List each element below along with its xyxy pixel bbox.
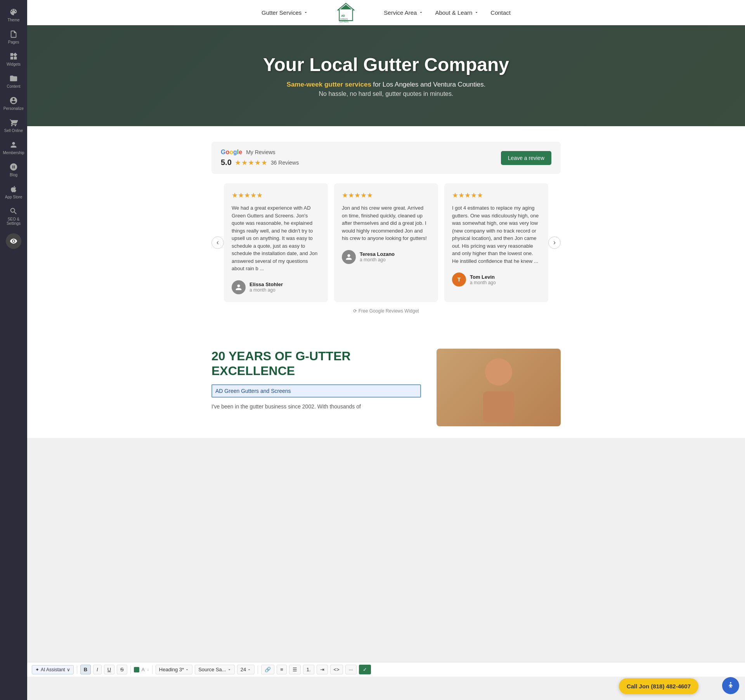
svg-point-5 <box>485 358 512 386</box>
hero-section: Your Local Gutter Company Same-week gutt… <box>27 25 745 126</box>
sidebar-item-label-content: Content <box>7 84 20 89</box>
reviewer-time-2: a month ago <box>360 257 395 262</box>
review-card-3-stars: ★★★★★ <box>452 191 541 200</box>
sidebar-item-label-pages: Pages <box>8 40 19 44</box>
sidebar-item-seo[interactable]: SEO & Settings <box>0 203 27 229</box>
section-title: 20 YEARS OF G-UTTER EXCELLENCE <box>211 349 421 379</box>
review-card-2-text: Jon and his crew were great. Arrived on … <box>342 204 430 242</box>
sidebar-item-theme[interactable]: Theme <box>0 4 27 26</box>
sidebar-item-app-store[interactable]: App Store <box>0 181 27 203</box>
review-cards: ★★★★★ We had a great experience with AD … <box>224 183 548 302</box>
reviewer-info-2: Teresa Lozano a month ago <box>342 250 430 264</box>
nav-link-about-learn[interactable]: About & Learn <box>435 9 479 16</box>
reviewer-name-2: Teresa Lozano <box>360 251 395 257</box>
reviewer-details-1: Elissa Stohler a month ago <box>249 281 283 293</box>
nav-links: Gutter Services AD GREEN GUTTERS Service… <box>262 2 511 23</box>
review-card-3: ★★★★★ I got 4 estimates to replace my ag… <box>444 183 548 302</box>
bottom-left: 20 YEARS OF G-UTTER EXCELLENCE AD Green … <box>211 349 421 426</box>
editor-text-field[interactable]: AD Green Gutters and Screens <box>211 384 421 398</box>
reviewer-avatar-1 <box>232 280 246 294</box>
rating-number: 5.0 <box>221 158 232 167</box>
sidebar-item-label-seo: SEO & Settings <box>2 217 25 226</box>
reviewer-avatar-3: T <box>452 273 466 287</box>
sidebar-item-pages[interactable]: Pages <box>0 26 27 48</box>
hero-subtitle-highlight: Same-week gutter services <box>287 81 371 88</box>
review-card-3-text: I got 4 estimates to replace my aging gu… <box>452 204 541 265</box>
top-nav: Gutter Services AD GREEN GUTTERS Service… <box>27 0 745 25</box>
eye-button[interactable] <box>6 233 21 249</box>
svg-text:GREEN: GREEN <box>340 18 348 20</box>
google-reviews-left: Google My Reviews 5.0 ★★★★★ 36 Reviews <box>221 149 299 167</box>
sidebar-item-label-sell-online: Sell Online <box>4 129 23 133</box>
sidebar-item-label-widgets: Widgets <box>7 62 21 66</box>
google-reviews-label: My Reviews <box>246 149 275 155</box>
nav-logo[interactable]: AD GREEN GUTTERS <box>335 2 357 23</box>
svg-text:GUTTERS: GUTTERS <box>340 21 348 23</box>
carousel-next-button[interactable]: › <box>548 236 561 249</box>
google-label-row: Google My Reviews <box>221 149 299 156</box>
nav-link-gutter-services[interactable]: Gutter Services <box>262 9 308 16</box>
sidebar: Theme Pages Widgets Content Personalize … <box>0 0 27 438</box>
sidebar-item-membership[interactable]: Membership <box>0 137 27 159</box>
review-card-1-stars: ★★★★★ <box>232 191 320 200</box>
rating-row: 5.0 ★★★★★ 36 Reviews <box>221 158 299 167</box>
bottom-section: 20 YEARS OF G-UTTER EXCELLENCE AD Green … <box>200 329 572 438</box>
reviewer-time-3: a month ago <box>470 280 496 285</box>
sidebar-item-blog[interactable]: Blog <box>0 159 27 181</box>
google-logo: Google <box>221 149 242 156</box>
nav-link-contact[interactable]: Contact <box>490 9 511 16</box>
carousel-prev-button[interactable]: ‹ <box>211 236 224 249</box>
sidebar-item-label-membership: Membership <box>3 151 24 155</box>
reviewer-details-3: Tom Levin a month ago <box>470 274 496 285</box>
sidebar-item-label-app-store: App Store <box>5 195 22 199</box>
main-content: Gutter Services AD GREEN GUTTERS Service… <box>27 0 745 438</box>
person-image <box>437 349 561 426</box>
reviewer-details-2: Teresa Lozano a month ago <box>360 251 395 262</box>
leave-review-button[interactable]: Leave a review <box>501 151 551 165</box>
sidebar-item-label-personalize: Personalize <box>3 106 24 111</box>
reviewer-info-3: T Tom Levin a month ago <box>452 273 541 287</box>
google-reviews-header: Google My Reviews 5.0 ★★★★★ 36 Reviews L… <box>211 142 561 174</box>
reviewer-name-3: Tom Levin <box>470 274 496 280</box>
nav-link-service-area[interactable]: Service Area <box>384 9 423 16</box>
reviews-section: Google My Reviews 5.0 ★★★★★ 36 Reviews L… <box>200 126 572 329</box>
sidebar-item-content[interactable]: Content <box>0 70 27 92</box>
review-card-2-stars: ★★★★★ <box>342 191 430 200</box>
editor-highlighted-text: AD Green Gutters and Screens <box>215 388 291 394</box>
sidebar-item-sell-online[interactable]: Sell Online <box>0 115 27 137</box>
sidebar-item-label-blog: Blog <box>10 173 17 177</box>
hero-content: Your Local Gutter Company Same-week gutt… <box>263 54 509 97</box>
person-photo <box>437 349 561 426</box>
rating-stars: ★★★★★ <box>235 158 268 167</box>
reviewer-name-1: Elissa Stohler <box>249 281 283 287</box>
reviewer-avatar-2 <box>342 250 356 264</box>
free-widget-label: ⟳ Free Google Reviews Widget <box>211 308 561 314</box>
svg-text:AD: AD <box>341 14 345 17</box>
reviewer-time-1: a month ago <box>249 287 283 293</box>
section-body-text: I've been in the gutter business since 2… <box>211 402 421 411</box>
sidebar-item-label-theme: Theme <box>7 18 19 22</box>
hero-subtitle: Same-week gutter services for Los Angele… <box>263 81 509 89</box>
sidebar-item-personalize[interactable]: Personalize <box>0 92 27 115</box>
hero-sub-line: No hassle, no hard sell, gutter quotes i… <box>263 90 509 97</box>
sidebar-item-widgets[interactable]: Widgets <box>0 48 27 70</box>
review-card-2: ★★★★★ Jon and his crew were great. Arriv… <box>334 183 438 302</box>
review-card-1: ★★★★★ We had a great experience with AD … <box>224 183 328 302</box>
hero-subtitle-rest: for Los Angeles and Ventura Counties. <box>373 81 485 88</box>
review-card-1-text: We had a great experience with AD Green … <box>232 204 320 273</box>
reviews-carousel: ‹ ★★★★★ We had a great experience with A… <box>211 183 561 302</box>
hero-title: Your Local Gutter Company <box>263 54 509 75</box>
review-count: 36 Reviews <box>271 160 299 166</box>
reviewer-info-1: Elissa Stohler a month ago <box>232 280 320 294</box>
svg-rect-6 <box>483 391 514 422</box>
